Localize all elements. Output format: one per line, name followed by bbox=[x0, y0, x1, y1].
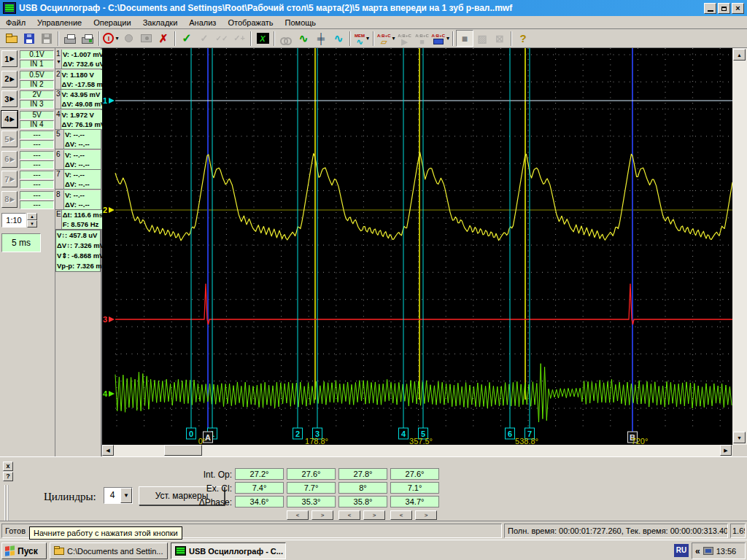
check-add-button[interactable]: ✓+ bbox=[231, 30, 248, 47]
channel-7-range[interactable]: --- bbox=[20, 171, 54, 179]
channel-1-range[interactable]: 0.1V bbox=[20, 50, 54, 59]
channel-3-input[interactable]: IN 3 bbox=[20, 100, 54, 109]
apply-check-button[interactable]: ✓ bbox=[178, 30, 196, 47]
scroll-left-button[interactable]: ◀ bbox=[102, 445, 114, 456]
open-file-button[interactable] bbox=[3, 30, 20, 47]
channel-5-range[interactable]: --- bbox=[20, 131, 54, 139]
channel-1-marker[interactable]: 1 bbox=[103, 96, 107, 105]
display-x-button[interactable]: ⊠ bbox=[491, 30, 508, 47]
dropdown-arrow-icon[interactable]: ▾ bbox=[115, 35, 118, 42]
menu-Операции[interactable]: Операции bbox=[88, 17, 136, 28]
check-double-button[interactable]: ✓✓ bbox=[213, 30, 231, 47]
channel-5-input[interactable]: --- bbox=[20, 140, 54, 149]
measure-dv: ΔV: 49.08 mV bbox=[62, 99, 106, 109]
measure-v: V: 1.180 V bbox=[62, 70, 108, 79]
menu-Управление[interactable]: Управление bbox=[31, 17, 88, 28]
display-tray-icon[interactable] bbox=[703, 547, 713, 555]
start-stop-acquisition-button[interactable]: I▾ bbox=[102, 30, 120, 47]
minimize-button[interactable] bbox=[704, 3, 716, 14]
timebase-value[interactable]: 5 ms bbox=[1, 233, 41, 252]
channel-2-button[interactable]: 2▶ bbox=[1, 71, 18, 88]
pager-prev-button[interactable]: < bbox=[338, 510, 360, 520]
delete-markers-button[interactable]: ✗ bbox=[155, 30, 172, 47]
print-button[interactable] bbox=[61, 30, 79, 47]
horizontal-scrollbar[interactable]: ◀ ▶ bbox=[102, 445, 732, 456]
channel-4-input[interactable]: IN 4 bbox=[20, 120, 54, 129]
pager-next-button[interactable]: > bbox=[415, 510, 437, 520]
dropdown-arrow-icon[interactable]: ▾ bbox=[446, 35, 449, 42]
channel-5-button[interactable]: 5▶ bbox=[1, 131, 18, 147]
start-button[interactable]: Пуск bbox=[1, 542, 47, 559]
channel-3-button[interactable]: 3▶ bbox=[1, 90, 18, 107]
channel-2-range[interactable]: 0.5V bbox=[20, 71, 54, 79]
menu-Отображать[interactable]: Отображать bbox=[222, 17, 279, 28]
export-file-button[interactable] bbox=[38, 30, 55, 47]
tray-chevron-button[interactable]: « bbox=[695, 546, 700, 556]
pager-next-button[interactable]: > bbox=[363, 510, 385, 520]
channel-4-button[interactable]: 4▶ bbox=[1, 111, 18, 128]
save-file-button[interactable] bbox=[20, 30, 38, 47]
vertical-cursors-button[interactable]: ╪ bbox=[312, 30, 330, 47]
close-button[interactable]: × bbox=[732, 3, 744, 14]
dropdown-arrow-icon[interactable]: ▼ bbox=[120, 488, 132, 503]
abc-stop-button[interactable]: A:B+C■ bbox=[414, 30, 431, 47]
measure-row-3: 3V: 43.95 mVΔV: 49.08 mV bbox=[55, 90, 101, 109]
help-button[interactable]: ? bbox=[514, 30, 532, 47]
pager-next-button[interactable]: > bbox=[311, 510, 333, 520]
panel-close-button[interactable]: x bbox=[3, 462, 13, 471]
language-indicator[interactable]: RU bbox=[674, 544, 689, 557]
menu-Помощь[interactable]: Помощь bbox=[279, 17, 322, 28]
task-button-1[interactable]: C:\Documents and Settin... bbox=[50, 542, 168, 559]
channel-3-marker[interactable]: 3 bbox=[103, 315, 107, 324]
xy-mode-button[interactable]: X bbox=[254, 30, 271, 47]
cylinders-select[interactable]: 4 ▼ bbox=[104, 487, 133, 504]
display-single-button[interactable]: ■ bbox=[456, 30, 473, 47]
channel-8-range[interactable]: --- bbox=[20, 191, 54, 200]
channel-8-input[interactable]: --- bbox=[20, 201, 54, 209]
channel-6-input[interactable]: --- bbox=[20, 160, 54, 169]
abc-open-button[interactable]: A:B+C▱▾ bbox=[376, 30, 396, 47]
search-signal-button[interactable]: ∿ bbox=[295, 30, 312, 47]
scroll-thumb[interactable] bbox=[164, 445, 202, 456]
abc-dialog-button[interactable]: A:B+C▾ bbox=[431, 30, 451, 47]
panel-help-button[interactable]: ? bbox=[3, 472, 13, 481]
dropdown-arrow-icon[interactable]: ▾ bbox=[366, 35, 369, 42]
channel-7-button[interactable]: 7▶ bbox=[1, 171, 18, 187]
channel-3-range[interactable]: 2V bbox=[20, 90, 54, 99]
dropdown-arrow-icon[interactable]: ▾ bbox=[392, 35, 395, 42]
abc-play-button[interactable]: A:B+C▶ bbox=[396, 30, 414, 47]
channel-1-button[interactable]: 1▶ bbox=[1, 50, 18, 67]
record-button[interactable] bbox=[120, 30, 137, 47]
display-dither-button[interactable]: ▨ bbox=[473, 30, 491, 47]
spin-down-button[interactable]: ▼ bbox=[27, 220, 37, 228]
print-setup-button[interactable] bbox=[79, 30, 96, 47]
scroll-right-button[interactable]: ▶ bbox=[720, 445, 732, 456]
search-button[interactable] bbox=[277, 30, 295, 47]
scroll-up-button[interactable]: ▲ bbox=[733, 49, 746, 61]
channel-6-range[interactable]: --- bbox=[20, 151, 54, 160]
channel-2-input[interactable]: IN 2 bbox=[20, 80, 54, 89]
menu-Файл[interactable]: Файл bbox=[0, 17, 31, 28]
snapshot-button[interactable] bbox=[137, 30, 155, 47]
channel-7-input[interactable]: --- bbox=[20, 180, 54, 189]
pager-prev-button[interactable]: < bbox=[287, 510, 309, 520]
check-save-button[interactable]: ✓ bbox=[196, 30, 213, 47]
task-button-2[interactable]: USB Осциллограф - С... bbox=[171, 542, 286, 559]
channel-2-marker[interactable]: 2 bbox=[103, 206, 107, 214]
memory-wave-button[interactable]: MEM∿▾ bbox=[353, 30, 371, 47]
probe-ratio-value[interactable]: 1:10 bbox=[1, 213, 26, 228]
scroll-down-button[interactable]: ▼ bbox=[733, 432, 746, 443]
vertical-scrollbar[interactable]: ▲ ▼ bbox=[732, 48, 747, 445]
channel-8-button[interactable]: 8▶ bbox=[1, 191, 18, 208]
menu-Анализ[interactable]: Анализ bbox=[183, 17, 222, 28]
channel-4-marker[interactable]: 4 bbox=[103, 389, 108, 398]
pager-prev-button[interactable]: < bbox=[390, 510, 412, 520]
channel-6-button[interactable]: 6▶ bbox=[1, 151, 18, 168]
channel-4-range[interactable]: 5V bbox=[20, 111, 54, 120]
spin-up-button[interactable]: ▲ bbox=[27, 213, 37, 220]
stat-line: ΔV↕: 7.326 mV bbox=[57, 241, 99, 251]
channel-1-input[interactable]: IN 1 bbox=[20, 60, 54, 69]
restore-button[interactable] bbox=[718, 3, 730, 14]
wave-cursors-button[interactable]: ∿ bbox=[330, 30, 347, 47]
menu-Закладки[interactable]: Закладки bbox=[137, 17, 184, 28]
